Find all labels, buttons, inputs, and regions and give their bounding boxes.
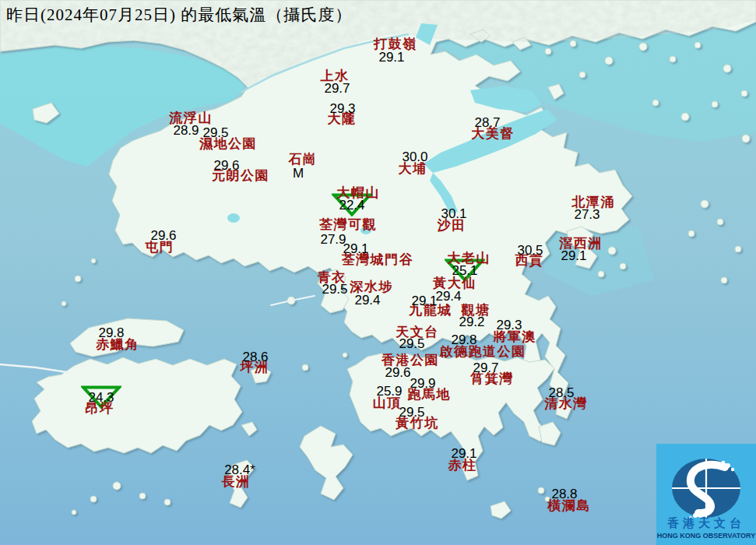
station-name-label: 深水埗 [350,280,393,294]
station-value: 29.1 [561,249,586,262]
station-value: 29.7 [324,82,350,95]
hko-logo-english: HONG KONG OBSERVATORY [656,532,756,540]
station-value: 29.7 [473,361,498,374]
station-value: 28.5 [548,386,574,399]
station-value: 29.9 [410,377,435,390]
station-value: 28.8 [551,487,577,501]
station-value: 28.9 [173,124,199,137]
station-value: 29.1 [411,294,437,308]
station-value: 29.5 [322,283,347,296]
station-value: M [293,167,304,180]
station-value: 24.3 [88,391,114,404]
station-value: 29.8 [98,326,124,339]
weather-map: 昨日(2024年07月25日) 的最低氣溫（攝氏度） 打鼓嶺29.1上水29.7… [0,0,756,545]
station-name-label: 石崗 [289,153,318,166]
stations-layer: 打鼓嶺29.1上水29.7大隴29.3流浮山28.9濕地公園29.5元朗公園29… [0,0,756,545]
hko-logo-chinese: 香港天文台 [656,516,756,531]
station-value: 28.7 [474,116,500,129]
station-value: 29.5 [399,406,424,419]
station-value: 29.3 [496,318,522,332]
hko-logo-emblem [656,444,756,518]
station-value: 27.3 [574,208,600,221]
station-value: 29.6 [213,159,239,172]
station-value: 29.2 [459,315,484,329]
station-name-label: 黃大仙 [433,276,476,290]
station-value: 29.1 [343,242,368,255]
hko-logo: 香港天文台 HONG KONG OBSERVATORY [656,444,756,545]
station-value: 29.4 [354,294,380,307]
station-value: 29.5 [399,337,424,350]
station-value: 28.6 [242,350,268,364]
station-value: 25.9 [376,385,402,398]
station-value: 29.3 [329,102,355,115]
station-name-label: 荃灣可觀 [319,218,377,231]
station-value: 30.5 [517,244,543,257]
station-value: 29.8 [451,333,476,346]
station-value: 28.4* [224,463,255,476]
station-name-label: 打鼓嶺 [374,37,417,51]
station-value: 22.4 [339,199,364,212]
station-value: 29.6 [385,366,410,379]
station-value: 29.4 [435,290,461,303]
station-value: 30.0 [402,150,427,164]
station-value: 29.6 [150,229,176,242]
station-value: 30.1 [441,207,466,220]
station-value: 29.1 [378,51,404,64]
station-value: 29.5 [202,126,228,139]
station-value: 29.1 [451,447,476,460]
